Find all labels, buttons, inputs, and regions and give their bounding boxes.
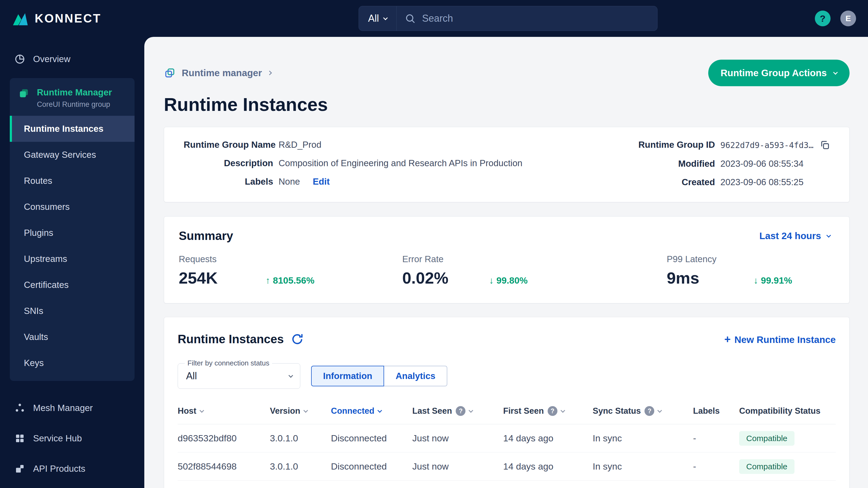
sidebar-item-label: API Products [33, 464, 86, 474]
tab-information[interactable]: Information [311, 366, 384, 386]
sidebar-item-mesh-manager[interactable]: Mesh Manager [0, 393, 144, 423]
api-products-icon [14, 463, 26, 475]
sidebar-item-overview[interactable]: Overview [0, 48, 144, 70]
summary-metrics: Requests 254K ↑ 8105.56% Error Rate 0.02… [179, 254, 830, 287]
sidebar-item-consumers[interactable]: Consumers [10, 194, 134, 220]
avatar[interactable]: E [840, 10, 856, 26]
cell-connected: Disconnected [331, 461, 412, 472]
runtime-manager-icon [18, 87, 30, 99]
header-row: Runtime manager Runtime Group Actions [164, 60, 849, 86]
help-icon[interactable]: ? [815, 10, 831, 26]
sort-chevron-icon [469, 408, 473, 413]
table-row[interactable]: d963532bdf80 3.0.1.0 Disconnected Just n… [178, 424, 836, 453]
filter-value: All [186, 370, 197, 382]
runtime-group-actions-button[interactable]: Runtime Group Actions [708, 60, 849, 86]
copy-icon[interactable] [819, 140, 830, 151]
labels-value: None Edit [279, 176, 522, 187]
sidebar-item-runtime-instances[interactable]: Runtime Instances [10, 116, 134, 142]
info-right: Runtime Group ID 9622d7d9-a593-4fd3… Mod… [639, 140, 831, 187]
sort-chevron-icon [657, 408, 662, 413]
sidebar-item-certificates[interactable]: Certificates [10, 272, 134, 298]
col-header-first-seen[interactable]: First Seen ? [503, 406, 593, 416]
search-input[interactable] [422, 12, 649, 24]
tab-analytics[interactable]: Analytics [384, 366, 447, 386]
sidebar-item-keys[interactable]: Keys [10, 350, 134, 376]
cell-host: 502f88544698 [178, 461, 270, 472]
info-left: Runtime Group Name R&D_Prod Description … [184, 140, 522, 187]
connection-status-filter[interactable]: Filter by connection status All [178, 363, 300, 389]
col-header-connected[interactable]: Connected [331, 406, 412, 416]
topbar: KONNECT All ? E [0, 0, 868, 37]
help-tooltip-icon[interactable]: ? [645, 406, 654, 416]
trend-up-icon: ↑ [266, 275, 270, 286]
app-logo[interactable]: KONNECT [12, 0, 101, 37]
sidebar-item-snis[interactable]: SNIs [10, 298, 134, 324]
sidebar-item-gateway-services[interactable]: Gateway Services [10, 142, 134, 168]
labels-text: None [279, 176, 300, 187]
table-header-row: Host Version Connected Last Seen ? [178, 406, 836, 424]
metric-value: 0.02% [402, 269, 489, 287]
edit-labels-link[interactable]: Edit [313, 176, 330, 187]
sort-chevron-icon [304, 408, 308, 413]
metric-requests: Requests 254K ↑ 8105.56% [179, 254, 402, 287]
sidebar-item-service-hub[interactable]: Service Hub [0, 423, 144, 454]
col-header-last-seen[interactable]: Last Seen ? [412, 406, 503, 416]
col-header-version[interactable]: Version [270, 406, 331, 416]
cell-first-seen: 14 days ago [503, 461, 593, 472]
sidebar-item-api-products[interactable]: API Products [0, 454, 144, 484]
cell-connected: Disconnected [331, 433, 412, 444]
breadcrumb[interactable]: Runtime manager [164, 67, 271, 79]
summary-title: Summary [179, 229, 233, 242]
sort-chevron-icon [199, 408, 204, 413]
runtime-manager-group: Runtime Manager CoreUI Runtime group Run… [10, 78, 134, 381]
trend-down-icon: ↓ [753, 275, 758, 286]
compatibility-badge: Compatible [739, 431, 795, 446]
cell-version: 3.0.1.0 [270, 461, 331, 472]
view-tabs: Information Analytics [311, 366, 447, 386]
cell-host: d963532bdf80 [178, 433, 270, 444]
runtime-group-id-value: 9622d7d9-a593-4fd3… [720, 140, 830, 151]
help-tooltip-icon[interactable]: ? [456, 406, 465, 416]
topbar-right: ? E [815, 0, 856, 37]
cell-last-seen: Just now [412, 433, 503, 444]
sort-chevron-icon [560, 408, 565, 413]
table-row[interactable]: 502f88544698 3.0.1.0 Disconnected Just n… [178, 453, 836, 481]
runtime-group-info-card: Runtime Group Name R&D_Prod Description … [164, 127, 849, 202]
runtime-group-name: CoreUI Runtime group [37, 100, 112, 109]
refresh-icon[interactable] [291, 333, 304, 346]
sidebar-item-dev-portal[interactable]: Dev Portal [0, 484, 144, 488]
sidebar-item-plugins[interactable]: Plugins [10, 220, 134, 246]
col-header-compatibility-status: Compatibility Status [739, 406, 836, 416]
metric-delta: ↓ 99.80% [489, 275, 528, 286]
sidebar-item-routes[interactable]: Routes [10, 168, 134, 194]
sidebar-item-label: Mesh Manager [33, 403, 93, 413]
info-label: Runtime Group ID [639, 140, 715, 151]
info-label: Labels [184, 176, 273, 187]
col-header-host[interactable]: Host [178, 406, 270, 416]
summary-card: Summary Last 24 hours Requests 254K ↑ 81… [164, 216, 849, 303]
chevron-down-icon [383, 15, 388, 20]
created-value: 2023-09-06 08:55:25 [720, 177, 830, 187]
filter-label: Filter by connection status [185, 359, 272, 367]
sidebar-item-vaults[interactable]: Vaults [10, 324, 134, 350]
sidebar-bottom: Mesh Manager Service Hub API Products [0, 393, 144, 488]
metric-value: 254K [179, 269, 266, 287]
search-scope-dropdown[interactable]: All [359, 6, 397, 31]
runtime-group-name-value: R&D_Prod [279, 140, 522, 150]
info-label: Modified [639, 159, 715, 169]
cell-compatibility: Compatible [739, 459, 836, 474]
info-label: Runtime Group Name [184, 140, 273, 150]
chevron-down-icon [827, 233, 831, 237]
timeframe-label: Last 24 hours [759, 230, 821, 241]
new-runtime-instance-button[interactable]: + New Runtime Instance [724, 333, 836, 346]
modified-value: 2023-09-06 08:55:34 [720, 159, 830, 169]
chevron-down-icon [833, 70, 838, 74]
sidebar-item-upstreams[interactable]: Upstreams [10, 246, 134, 272]
app-logo-text: KONNECT [35, 12, 101, 25]
sidebar-item-runtime-manager[interactable]: Runtime Manager CoreUI Runtime group [10, 78, 134, 116]
cell-last-seen: Just now [412, 461, 503, 472]
help-tooltip-icon[interactable]: ? [548, 406, 557, 416]
col-header-sync-status[interactable]: Sync Status ? [593, 406, 693, 416]
metric-p99-latency: P99 Latency 9ms ↓ 99.91% [667, 254, 830, 287]
timeframe-dropdown[interactable]: Last 24 hours [759, 230, 830, 241]
